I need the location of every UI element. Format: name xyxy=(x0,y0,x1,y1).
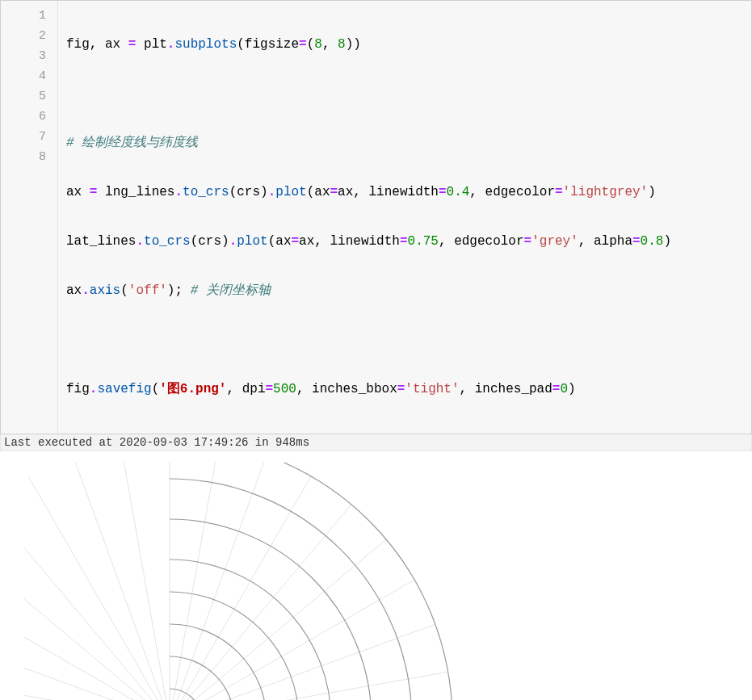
line-number-gutter: 1 2 3 4 5 6 7 8 xyxy=(1,1,58,434)
code-line-3[interactable]: # 绘制经度线与纬度线 xyxy=(66,133,743,153)
svg-line-27 xyxy=(120,463,170,700)
svg-line-30 xyxy=(170,463,267,700)
code-line-1[interactable]: fig, ax = plt.subplots(figsize=(8, 8)) xyxy=(66,35,743,55)
svg-line-35 xyxy=(170,624,435,700)
line-number: 5 xyxy=(1,86,57,107)
line-number: 4 xyxy=(1,66,57,86)
svg-line-21 xyxy=(24,624,170,700)
line-number: 3 xyxy=(1,46,57,66)
execution-status: Last executed at 2020-09-03 17:49:26 in … xyxy=(0,434,752,451)
svg-line-31 xyxy=(170,476,311,700)
line-number: 8 xyxy=(1,147,57,167)
code-line-5[interactable]: lat_lines.to_crs(crs).plot(ax=ax, linewi… xyxy=(66,232,743,252)
line-number: 7 xyxy=(1,127,57,147)
code-line-2[interactable] xyxy=(66,84,743,104)
plot-output xyxy=(24,463,541,700)
line-number: 1 xyxy=(1,6,57,26)
code-line-7[interactable] xyxy=(66,330,743,350)
svg-line-29 xyxy=(170,463,219,700)
svg-line-26 xyxy=(73,463,170,700)
svg-line-25 xyxy=(28,476,170,700)
code-editor[interactable]: fig, ax = plt.subplots(figsize=(8, 8)) #… xyxy=(58,1,751,434)
code-line-8[interactable]: fig.savefig('图6.png', dpi=500, inches_bb… xyxy=(66,379,743,400)
output-area xyxy=(0,451,752,700)
svg-line-24 xyxy=(24,505,170,700)
line-number: 6 xyxy=(1,107,57,127)
line-number: 2 xyxy=(1,26,57,46)
code-cell[interactable]: 1 2 3 4 5 6 7 8 fig, ax = plt.subplots(f… xyxy=(0,0,752,434)
code-line-6[interactable]: ax.axis('off'); # 关闭坐标轴 xyxy=(66,281,743,301)
code-line-4[interactable]: ax = lng_lines.to_crs(crs).plot(ax=ax, l… xyxy=(66,182,743,203)
